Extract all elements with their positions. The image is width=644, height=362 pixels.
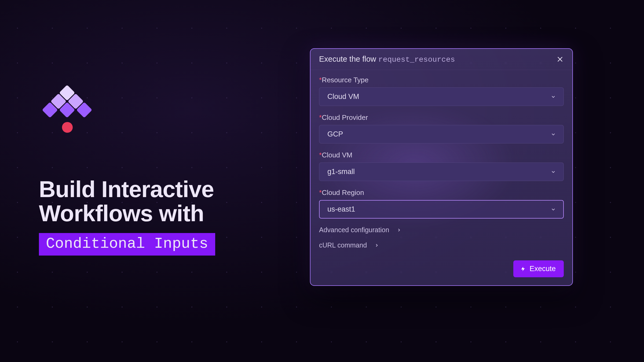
resource-type-select[interactable]: Cloud VM xyxy=(319,87,564,106)
hero-line-1: Build Interactive xyxy=(39,177,215,201)
expander-label: Advanced configuration xyxy=(319,226,389,234)
modal-title-prefix: Execute the flow xyxy=(319,55,378,63)
select-value: Cloud VM xyxy=(327,93,359,101)
cloud-region-select[interactable]: us-east1 xyxy=(319,200,564,219)
modal-title: Execute the flow request_resources xyxy=(319,55,455,64)
execute-button[interactable]: Execute xyxy=(513,260,564,277)
close-icon xyxy=(556,56,564,63)
select-value: us-east1 xyxy=(327,205,355,213)
execute-button-label: Execute xyxy=(529,265,556,273)
select-value: g1-small xyxy=(327,168,355,176)
chevron-down-icon xyxy=(551,94,556,99)
field-label: *Cloud VM xyxy=(319,151,564,159)
hero-highlight: Conditional Inputs xyxy=(39,233,215,256)
field-cloud-vm: *Cloud VM g1-small xyxy=(319,151,564,181)
chevron-down-icon xyxy=(551,169,556,175)
field-resource-type: *Resource Type Cloud VM xyxy=(319,76,564,106)
field-label: *Resource Type xyxy=(319,76,564,84)
hero-heading: Build Interactive Workflows with Conditi… xyxy=(39,177,215,256)
logo xyxy=(39,87,95,146)
bolt-icon xyxy=(520,266,526,272)
select-value: GCP xyxy=(327,130,343,138)
cloud-provider-select[interactable]: GCP xyxy=(319,125,564,143)
chevron-down-icon xyxy=(551,207,556,212)
field-label: *Cloud Region xyxy=(319,189,564,197)
field-label: *Cloud Provider xyxy=(319,113,564,122)
curl-command-expander[interactable]: cURL command xyxy=(319,241,564,249)
chevron-right-icon xyxy=(397,228,401,232)
close-button[interactable] xyxy=(556,56,564,63)
cloud-vm-select[interactable]: g1-small xyxy=(319,162,564,181)
chevron-right-icon xyxy=(374,243,379,248)
advanced-configuration-expander[interactable]: Advanced configuration xyxy=(319,226,564,234)
execute-flow-modal: Execute the flow request_resources *Reso… xyxy=(310,48,573,286)
modal-title-flow: request_resources xyxy=(378,56,455,64)
hero-line-2: Workflows with xyxy=(39,201,215,225)
expander-label: cURL command xyxy=(319,241,367,249)
chevron-down-icon xyxy=(551,132,556,137)
field-cloud-region: *Cloud Region us-east1 xyxy=(319,189,564,219)
field-cloud-provider: *Cloud Provider GCP xyxy=(319,113,564,143)
